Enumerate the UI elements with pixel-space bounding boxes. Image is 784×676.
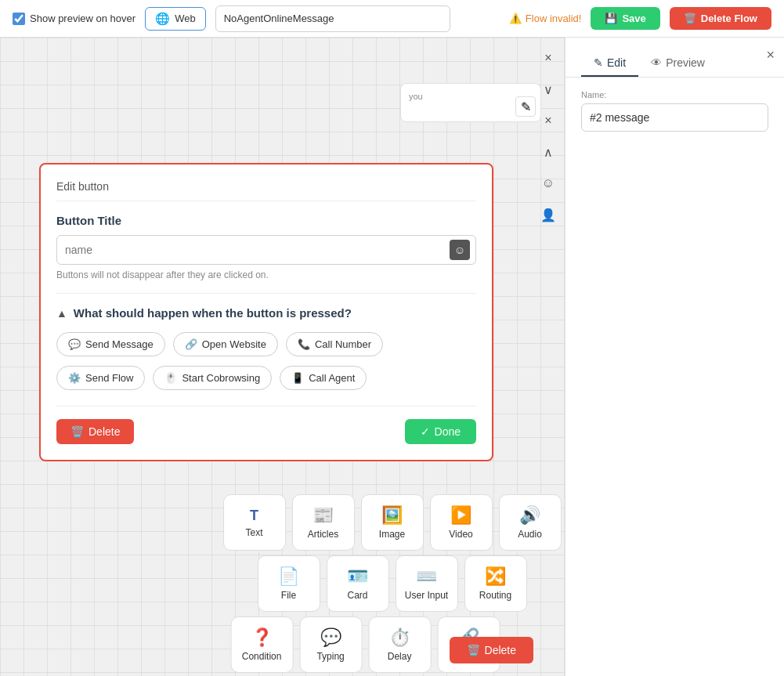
delay-icon: ⏱️ xyxy=(389,627,410,648)
bottom-item-condition[interactable]: ❓ Condition xyxy=(230,616,293,673)
chat-preview: you 588 ✎ xyxy=(400,83,541,122)
button-title-input-wrap: ☺ xyxy=(56,235,476,265)
delete-flow-button[interactable]: 🗑️ Delete Flow xyxy=(670,7,771,30)
show-preview-label: Show preview on hover xyxy=(30,13,135,24)
web-button[interactable]: 🌐 Web xyxy=(145,7,206,31)
chevron-up-icon[interactable]: ∧ xyxy=(536,139,561,164)
action-question: ▲ What should happen when the button is … xyxy=(56,306,476,320)
show-preview-checkbox[interactable] xyxy=(13,13,25,25)
done-button[interactable]: ✓ Done xyxy=(405,419,476,444)
file-icon: 📄 xyxy=(278,566,299,587)
edit-button-title: Edit button xyxy=(56,180,476,201)
bottom-item-user-input[interactable]: ⌨️ User Input xyxy=(396,555,458,612)
action-send-flow[interactable]: ⚙️ Send Flow xyxy=(56,366,145,390)
close-icon-1[interactable]: × xyxy=(536,45,561,70)
warning-icon: ⚠️ xyxy=(509,13,522,24)
bottom-item-routing[interactable]: 🔀 Routing xyxy=(464,555,527,612)
edit-tab-icon: ✎ xyxy=(594,56,603,69)
name-field-input[interactable] xyxy=(581,103,768,132)
text-label: Text xyxy=(245,527,262,538)
bottom-item-audio[interactable]: 🔊 Audio xyxy=(499,494,562,551)
action-open-website[interactable]: 🔗 Open Website xyxy=(173,332,278,356)
action-call-agent[interactable]: 📱 Call Agent xyxy=(280,366,367,390)
bottom-item-file[interactable]: 📄 File xyxy=(258,555,320,612)
routing-label: Routing xyxy=(479,590,511,601)
delete-button[interactable]: 🗑️ Delete xyxy=(56,419,134,444)
user-input-label: User Input xyxy=(405,590,448,601)
toolbar: Show preview on hover 🌐 Web ⚠️ Flow inva… xyxy=(0,0,784,38)
typing-icon: 💬 xyxy=(320,627,341,648)
send-message-icon: 💬 xyxy=(68,338,81,350)
globe-icon: 🌐 xyxy=(155,12,170,26)
bottom-toolbar-row1: T Text 📰 Articles 🖼️ Image ▶️ Video 🔊 Au… xyxy=(223,494,562,551)
bottom-delete-icon: 🗑️ xyxy=(467,644,480,656)
collapse-icon[interactable]: ▲ xyxy=(56,307,67,320)
web-button-label: Web xyxy=(175,13,196,24)
routing-icon: 🔀 xyxy=(485,566,506,587)
panel-content: Name: xyxy=(565,78,784,144)
bottom-item-typing[interactable]: 💬 Typing xyxy=(299,616,362,673)
button-title-label: Button Title xyxy=(56,214,476,227)
right-panel: × ✎ Edit 👁 Preview Name: xyxy=(565,38,784,676)
action-start-cobrowsing[interactable]: 🖱️ Start Cobrowsing xyxy=(153,366,272,390)
icons-bar: × ∨ × ∧ ☺ 👤 xyxy=(536,45,561,227)
bottom-toolbar-row2: 📄 File 🪪 Card ⌨️ User Input 🔀 Routing xyxy=(258,555,527,612)
action-buttons-row2: ⚙️ Send Flow 🖱️ Start Cobrowsing 📱 Call … xyxy=(56,366,476,390)
video-icon: ▶️ xyxy=(450,505,471,526)
video-label: Video xyxy=(449,529,472,540)
bottom-item-card[interactable]: 🪪 Card xyxy=(327,555,389,612)
emoji-picker-button[interactable]: ☺ xyxy=(450,240,470,260)
cobrowsing-icon: 🖱️ xyxy=(164,372,177,384)
typing-label: Typing xyxy=(316,651,344,662)
chat-label: you xyxy=(409,92,533,101)
condition-icon: ❓ xyxy=(251,627,273,648)
edit-button-panel: Edit button Button Title ☺ Buttons will … xyxy=(39,163,493,461)
preview-tab-icon: 👁 xyxy=(651,56,662,69)
edit-chat-button[interactable]: ✎ xyxy=(515,96,536,117)
action-buttons: 💬 Send Message 🔗 Open Website 📞 Call Num… xyxy=(56,332,476,356)
flow-name-input[interactable] xyxy=(215,5,450,32)
flow-invalid-label: Flow invalid! xyxy=(526,13,582,24)
image-icon: 🖼️ xyxy=(381,505,403,526)
done-icon: ✓ xyxy=(421,425,430,438)
tab-preview[interactable]: 👁 Preview xyxy=(638,50,717,77)
articles-label: Articles xyxy=(308,529,338,540)
call-agent-icon: 📱 xyxy=(291,372,304,384)
action-call-number[interactable]: 📞 Call Number xyxy=(286,332,383,356)
tab-edit[interactable]: ✎ Edit xyxy=(581,50,638,77)
canvas: × ✎ Edit 👁 Preview Name: × ∨ × ∧ ☺ 👤 you… xyxy=(0,38,784,676)
bottom-item-delay[interactable]: ⏱️ Delay xyxy=(368,616,431,673)
image-label: Image xyxy=(379,529,405,540)
divider-1 xyxy=(56,293,476,294)
audio-icon: 🔊 xyxy=(519,505,540,526)
card-icon: 🪪 xyxy=(347,566,368,587)
button-title-input[interactable] xyxy=(56,235,476,265)
save-button[interactable]: 💾 Save xyxy=(591,7,659,30)
send-flow-icon: ⚙️ xyxy=(68,372,81,384)
close-panel-button[interactable]: × xyxy=(766,47,775,63)
call-number-icon: 📞 xyxy=(298,338,310,350)
bottom-item-video[interactable]: ▶️ Video xyxy=(430,494,493,551)
user-input-icon: ⌨️ xyxy=(416,566,437,587)
trash-icon: 🗑️ xyxy=(684,13,696,24)
file-label: File xyxy=(281,590,296,601)
bottom-item-text[interactable]: T Text xyxy=(223,494,286,551)
delay-label: Delay xyxy=(388,651,412,662)
card-label: Card xyxy=(347,590,367,601)
action-send-message[interactable]: 💬 Send Message xyxy=(56,332,165,356)
bottom-delete-button[interactable]: 🗑️ Delete xyxy=(450,637,533,663)
text-icon: T xyxy=(250,508,258,524)
bottom-item-image[interactable]: 🖼️ Image xyxy=(361,494,424,551)
emoji-icon[interactable]: ☺ xyxy=(536,171,561,196)
person-icon[interactable]: 👤 xyxy=(536,202,561,227)
button-hint: Buttons will not disappear after they ar… xyxy=(56,269,476,280)
articles-icon: 📰 xyxy=(313,505,334,526)
panel-tabs: ✎ Edit 👁 Preview xyxy=(565,38,784,78)
bottom-item-articles[interactable]: 📰 Articles xyxy=(292,494,355,551)
show-preview-checkbox-container: Show preview on hover xyxy=(13,13,135,25)
char-count: 588 xyxy=(409,104,533,114)
save-icon: 💾 xyxy=(605,13,617,24)
delete-icon: 🗑️ xyxy=(70,425,84,438)
audio-label: Audio xyxy=(518,529,542,540)
condition-label: Condition xyxy=(242,651,282,662)
